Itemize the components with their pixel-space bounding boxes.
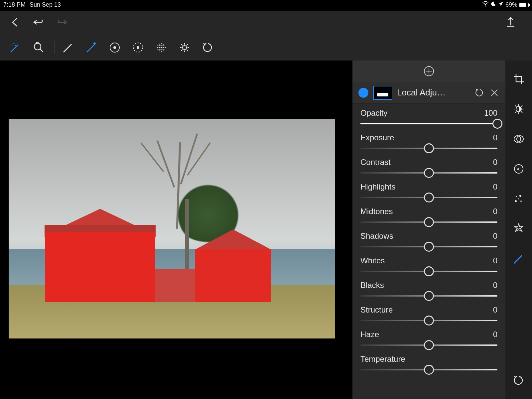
- slider-track[interactable]: [360, 172, 497, 174]
- slider-structure: Structure0: [360, 305, 497, 321]
- slider-label: Highlights: [360, 182, 395, 192]
- svg-point-20: [165, 47, 166, 48]
- slider-track[interactable]: [360, 197, 497, 198]
- slider-knob[interactable]: [424, 143, 434, 153]
- slider-knob[interactable]: [492, 119, 502, 129]
- slider-knob[interactable]: [424, 316, 434, 326]
- svg-point-24: [164, 49, 165, 50]
- reset-all-button[interactable]: [510, 372, 527, 389]
- svg-point-22: [159, 49, 160, 50]
- fx-tab[interactable]: FX: [510, 220, 527, 237]
- svg-point-36: [519, 195, 521, 197]
- adjustment-header: Local Adju…: [352, 82, 505, 104]
- adjustments-panel: Local Adju… Opacity100Exposure0Contrast0…: [352, 61, 505, 399]
- reset-adjustment-button[interactable]: [475, 88, 485, 98]
- zoom-tool[interactable]: [30, 39, 47, 56]
- slider-label: Structure: [360, 305, 393, 315]
- status-bar: 7:18 PM Sun Sep 13 69%: [0, 0, 532, 11]
- svg-point-14: [161, 45, 162, 46]
- slider-value: 0: [493, 207, 497, 216]
- svg-point-23: [161, 49, 162, 50]
- export-button[interactable]: [502, 14, 519, 31]
- svg-point-12: [158, 45, 159, 46]
- svg-point-13: [159, 45, 160, 46]
- svg-point-10: [159, 44, 160, 44]
- svg-point-17: [159, 47, 160, 48]
- crop-tab[interactable]: [510, 70, 527, 88]
- editor-main: Local Adju… Opacity100Exposure0Contrast0…: [0, 61, 532, 399]
- slider-contrast: Contrast0: [360, 158, 497, 174]
- back-button[interactable]: [7, 14, 24, 31]
- slider-whites: Whites0: [360, 256, 497, 272]
- slider-track[interactable]: [360, 295, 497, 297]
- sliders-list: Opacity100Exposure0Contrast0Highlights0M…: [352, 104, 505, 399]
- ai-brush-tool[interactable]: [7, 39, 24, 56]
- slider-shadows: Shadows0: [360, 231, 497, 247]
- svg-point-15: [164, 45, 165, 46]
- slider-knob[interactable]: [424, 193, 434, 202]
- settings-gear-icon[interactable]: [176, 39, 193, 56]
- slider-value: 0: [493, 330, 497, 339]
- svg-point-4: [34, 43, 41, 50]
- slider-knob[interactable]: [424, 217, 434, 227]
- slider-label: Temperature: [360, 354, 405, 364]
- slider-highlights: Highlights0: [360, 182, 497, 198]
- slider-track[interactable]: [360, 320, 497, 321]
- svg-text:AI: AI: [517, 167, 520, 172]
- redo-button[interactable]: [53, 14, 70, 31]
- slider-knob[interactable]: [424, 291, 434, 301]
- slider-value: 0: [493, 231, 497, 241]
- slider-knob[interactable]: [424, 340, 434, 350]
- slider-value: 0: [493, 305, 497, 315]
- adjustment-title: Local Adju…: [397, 87, 470, 98]
- slider-track[interactable]: [360, 369, 497, 370]
- add-adjustment-button[interactable]: [352, 61, 505, 82]
- slider-value: 0: [493, 133, 497, 142]
- local-adjust-tab[interactable]: [510, 250, 527, 267]
- right-tool-rail: AI FX: [505, 61, 532, 399]
- gradient-mask-tool[interactable]: [153, 39, 170, 56]
- reset-tool-icon[interactable]: [199, 39, 216, 56]
- slider-track[interactable]: [360, 123, 497, 124]
- mask-thumbnail[interactable]: [373, 86, 392, 100]
- image-canvas[interactable]: [9, 119, 335, 338]
- slider-knob[interactable]: [424, 365, 434, 375]
- svg-point-2: [14, 43, 15, 44]
- brush-tool[interactable]: [60, 39, 77, 56]
- slider-track[interactable]: [360, 148, 497, 149]
- slider-midtones: Midtones0: [360, 207, 497, 223]
- svg-point-9: [161, 43, 162, 44]
- nav-top: [0, 11, 532, 34]
- svg-point-26: [163, 50, 164, 51]
- healing-brush-tool[interactable]: [83, 39, 100, 56]
- slider-knob[interactable]: [424, 266, 434, 276]
- svg-point-39: [518, 199, 519, 200]
- svg-point-35: [516, 196, 517, 197]
- svg-point-25: [159, 50, 160, 51]
- svg-point-19: [163, 47, 164, 48]
- battery-percent: 69%: [505, 1, 517, 8]
- slider-track[interactable]: [360, 271, 497, 272]
- location-icon: [498, 1, 503, 8]
- svg-point-16: [157, 47, 158, 48]
- slider-track[interactable]: [360, 221, 497, 223]
- wifi-icon: [482, 1, 489, 8]
- layer-color-dot[interactable]: [358, 88, 368, 98]
- dnd-moon-icon: [491, 1, 496, 8]
- details-tab[interactable]: [510, 190, 527, 207]
- undo-button[interactable]: [30, 14, 47, 31]
- slider-track[interactable]: [360, 246, 497, 247]
- slider-label: Shadows: [360, 231, 393, 241]
- light-tab[interactable]: [510, 100, 527, 118]
- ai-tab[interactable]: AI: [510, 160, 527, 178]
- close-adjustment-button[interactable]: [489, 88, 499, 98]
- slider-track[interactable]: [360, 344, 497, 346]
- color-tab[interactable]: [510, 130, 527, 148]
- slider-knob[interactable]: [424, 168, 434, 178]
- svg-point-27: [161, 51, 162, 52]
- status-date: Sun Sep 13: [30, 1, 61, 8]
- slider-knob[interactable]: [424, 242, 434, 252]
- toolbar: [0, 34, 532, 61]
- radial-mask-tool[interactable]: [106, 39, 123, 56]
- dashed-radial-tool[interactable]: [129, 39, 147, 56]
